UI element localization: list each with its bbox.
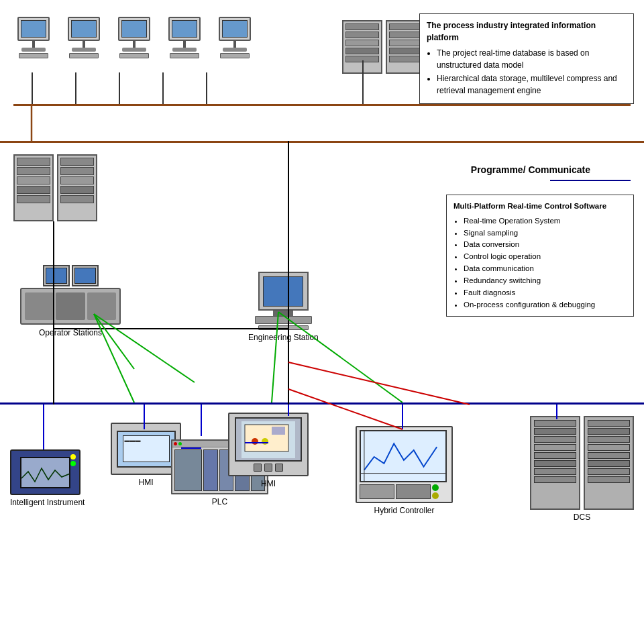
monitor-stand <box>183 41 186 48</box>
info-box-item-1: The project real-time database is based … <box>437 47 627 71</box>
operator-stations-label: Operator Stations <box>20 328 121 337</box>
mp-item-3: Data conversion <box>464 239 627 251</box>
monitor-screen <box>121 20 147 38</box>
monitor-screen <box>21 20 46 38</box>
mp-item-6: Redundancy switching <box>464 275 627 287</box>
info-box-title: The process industry integrated informat… <box>427 19 627 44</box>
hmi2-device: HMI <box>228 413 309 488</box>
workstation-5 <box>215 17 255 58</box>
monitor-screen <box>71 20 97 38</box>
hybrid-controller-label: Hybrid Controller <box>356 506 453 515</box>
monitor <box>68 17 100 41</box>
dcs-device: DCS <box>530 416 634 522</box>
drop-line-3 <box>119 72 120 104</box>
multi-platform-list: Real-time Operation System Signal sampli… <box>453 215 627 311</box>
keyboard <box>170 53 199 58</box>
bottom-border-line <box>0 402 644 405</box>
drop-line-5 <box>206 72 207 104</box>
monitor-stand <box>133 41 136 48</box>
mp-item-7: Fault diagnosis <box>464 287 627 299</box>
drop-line-2 <box>75 72 76 104</box>
svg-point-2 <box>262 438 268 445</box>
workstation-2 <box>64 17 104 58</box>
monitor-base <box>172 48 197 52</box>
drop-line-4 <box>162 72 164 104</box>
monitor-base <box>72 48 96 52</box>
info-box-item-2: Hierarchical data storage, multilevel co… <box>437 72 627 97</box>
svg-rect-3 <box>272 427 285 435</box>
keyboard <box>220 53 250 58</box>
multi-platform-title: Multi-Platform Real-time Control Softwar… <box>453 201 627 213</box>
drop-line-server <box>362 60 364 104</box>
mp-item-2: Signal sampling <box>464 227 627 239</box>
monitor <box>17 17 50 41</box>
prog-comm-label: Programme/ Communicate <box>471 164 590 175</box>
intelligent-instrument-device: Intelligent Instrument <box>10 449 85 507</box>
monitor-screen <box>172 20 197 38</box>
monitor-base <box>21 48 46 52</box>
mp-item-1: Real-time Operation System <box>464 215 627 227</box>
hybrid-controller-device: Hybrid Controller <box>356 426 453 515</box>
keyboard <box>69 53 99 58</box>
server-rack-left-mid <box>13 154 97 221</box>
drop-line-1 <box>32 72 33 104</box>
server-rack-top <box>342 20 426 74</box>
workstation-4 <box>164 17 205 58</box>
diagram-container: The process industry integrated informat… <box>0 0 644 644</box>
svg-rect-4 <box>361 431 445 482</box>
intelligent-instrument-label: Intelligent Instrument <box>10 498 85 507</box>
keyboard <box>119 53 149 58</box>
monitor-base <box>223 48 247 52</box>
multi-platform-box: Multi-Platform Real-time Control Softwar… <box>446 195 634 317</box>
hmi2-label: HMI <box>228 479 309 488</box>
workstation-3 <box>114 17 154 58</box>
monitor-stand <box>32 41 35 48</box>
info-box-top: The process industry integrated informat… <box>419 13 634 104</box>
prog-comm-line <box>550 180 631 181</box>
svg-point-1 <box>252 438 258 445</box>
mp-item-4: Control logic operation <box>464 251 627 263</box>
monitor-stand <box>233 41 236 48</box>
top-network-line <box>13 104 631 106</box>
mp-item-5: Data communication <box>464 263 627 275</box>
svg-line-23 <box>288 362 470 405</box>
keyboard <box>19 53 48 58</box>
dcs-label: DCS <box>530 513 634 522</box>
monitor <box>168 17 201 41</box>
monitor <box>118 17 150 41</box>
operator-stations: Operator Stations <box>20 265 121 337</box>
engineering-station-label: Engineering Station <box>248 333 319 342</box>
monitor <box>219 17 251 41</box>
workstations-row <box>13 17 255 58</box>
engineering-station: Engineering Station <box>248 272 319 342</box>
monitor-screen <box>222 20 248 38</box>
info-box-list: The project real-time database is based … <box>427 47 627 97</box>
plc-label: PLC <box>171 497 268 506</box>
workstation-1 <box>13 17 54 58</box>
mp-item-8: On-process configuration & debugging <box>464 299 627 311</box>
top-border-line <box>0 141 644 143</box>
monitor-base <box>122 48 146 52</box>
monitor-stand <box>83 41 85 48</box>
